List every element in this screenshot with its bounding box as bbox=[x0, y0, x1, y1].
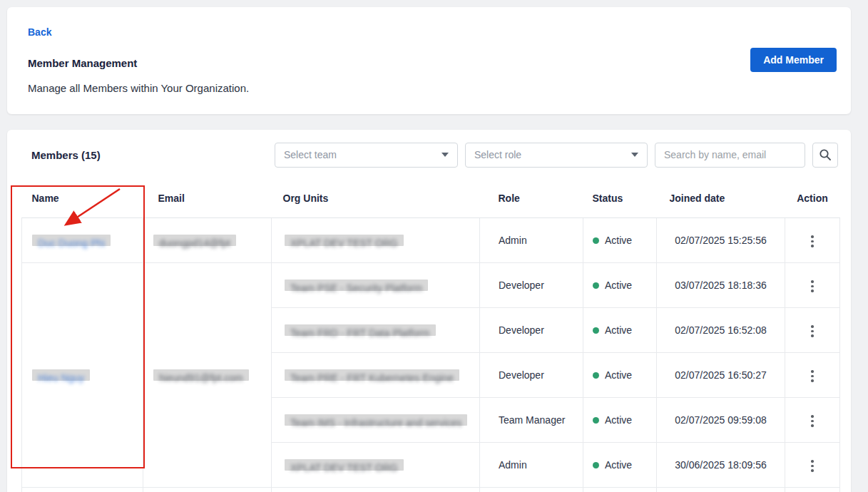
org-unit-redacted-text: XPLAT DEV TEST ORG bbox=[285, 238, 404, 249]
role-cell: Admin bbox=[480, 442, 583, 487]
page-subtitle: Manage all Members within Your Organizat… bbox=[28, 82, 837, 94]
action-cell bbox=[785, 397, 840, 442]
org-unit-cell: Team FRD - FRT Data Platform bbox=[272, 307, 480, 352]
status-cell: Active bbox=[583, 262, 657, 307]
magnifier-icon bbox=[819, 148, 832, 161]
members-count-title: Members (15) bbox=[31, 149, 101, 161]
empty-cell bbox=[785, 487, 840, 492]
team-filter-placeholder: Select team bbox=[284, 149, 337, 160]
members-toolbar: Members (15) Select team Select role bbox=[20, 130, 838, 180]
member-name-redacted-text: Duc Duong Phi bbox=[32, 238, 111, 249]
role-filter-placeholder: Select role bbox=[474, 149, 521, 160]
member-email-redacted-text: hieund91@fpt.com bbox=[153, 373, 249, 384]
header-card: Back Member Management Manage all Member… bbox=[7, 7, 851, 114]
joined-date-cell: 02/07/2025 16:52:08 bbox=[657, 307, 785, 352]
org-unit-redacted: Team IMS - Infrastructure and services bbox=[285, 414, 467, 426]
status-dot-icon bbox=[593, 462, 599, 468]
status-label: Active bbox=[605, 459, 632, 471]
empty-cell bbox=[143, 487, 272, 492]
column-header-status: Status bbox=[583, 180, 657, 217]
member-email-redacted-text: duongpd14@fpt bbox=[153, 238, 236, 249]
role-cell: Admin bbox=[480, 217, 583, 262]
role-cell: Developer bbox=[480, 262, 583, 307]
status-dot-icon bbox=[593, 282, 599, 289]
column-header-joined-date: Joined date bbox=[657, 180, 785, 217]
joined-date-cell: 02/07/2025 09:59:08 bbox=[657, 397, 785, 442]
member-row: Duc Duong Phiduongpd14@fptXPLAT DEV TEST… bbox=[22, 217, 840, 262]
member-name-redacted-text: Hieu Nguy bbox=[32, 373, 90, 384]
role-cell: Developer bbox=[480, 352, 583, 397]
action-cell bbox=[785, 217, 840, 262]
kebab-menu-icon[interactable] bbox=[805, 411, 820, 431]
column-header-name: Name bbox=[22, 180, 143, 217]
member-name-redacted[interactable]: Hieu Nguy bbox=[32, 369, 90, 381]
status-dot-icon bbox=[593, 372, 599, 379]
search-button[interactable] bbox=[812, 143, 838, 168]
joined-date-cell: 02/07/2025 15:25:56 bbox=[657, 217, 785, 262]
status-dot-icon bbox=[593, 417, 599, 424]
status-cell: Active bbox=[583, 307, 657, 352]
member-row: Hieu Nguyhieund91@fpt.comTeam PSE - Secu… bbox=[22, 262, 840, 307]
chevron-down-icon bbox=[441, 153, 449, 157]
joined-date-cell: 03/07/2025 18:18:36 bbox=[657, 262, 785, 307]
members-table-header: NameEmailOrg UnitsRoleStatusJoined dateA… bbox=[22, 180, 840, 217]
org-unit-redacted-text: Team FRD - FRT Data Platform bbox=[285, 328, 436, 339]
kebab-menu-icon[interactable] bbox=[805, 456, 820, 476]
org-unit-redacted: Team PRE - FRT Kubernetes Engine bbox=[285, 369, 459, 381]
empty-cell bbox=[583, 487, 657, 492]
kebab-menu-icon[interactable] bbox=[805, 366, 820, 386]
status-dot-icon bbox=[593, 327, 599, 334]
empty-cell bbox=[272, 487, 480, 492]
member-email-redacted: duongpd14@fpt bbox=[153, 235, 236, 246]
joined-date-cell: 02/07/2025 16:50:27 bbox=[657, 352, 785, 397]
column-header-org-units: Org Units bbox=[272, 180, 480, 217]
add-member-button[interactable]: Add Member bbox=[750, 48, 837, 72]
members-table-body: Duc Duong Phiduongpd14@fptXPLAT DEV TEST… bbox=[22, 217, 840, 492]
org-unit-cell: XPLAT DEV TEST ORG bbox=[272, 442, 480, 487]
page-title: Member Management bbox=[28, 57, 837, 69]
org-unit-cell: Team IMS - Infrastructure and services bbox=[272, 397, 480, 442]
action-cell bbox=[785, 442, 840, 487]
member-email-cell: duongpd14@fpt bbox=[143, 217, 272, 262]
kebab-menu-icon[interactable] bbox=[805, 321, 820, 342]
action-cell bbox=[785, 262, 840, 307]
status-label: Active bbox=[605, 369, 632, 381]
role-cell: Developer bbox=[480, 307, 583, 352]
column-header-action: Action bbox=[785, 180, 840, 217]
search-input[interactable] bbox=[655, 143, 805, 168]
back-link[interactable]: Back bbox=[28, 26, 51, 38]
action-cell bbox=[785, 352, 840, 397]
org-unit-cell: Team PRE - FRT Kubernetes Engine bbox=[272, 352, 480, 397]
members-table: NameEmailOrg UnitsRoleStatusJoined dateA… bbox=[21, 180, 840, 492]
status-cell: Active bbox=[583, 352, 657, 397]
member-name-cell: Hieu Nguy bbox=[22, 262, 143, 487]
status-cell: Active bbox=[583, 442, 657, 487]
kebab-menu-icon[interactable] bbox=[805, 231, 820, 252]
member-row-clipped bbox=[22, 487, 840, 492]
column-header-role: Role bbox=[480, 180, 583, 217]
org-unit-redacted-text: Team PRE - FRT Kubernetes Engine bbox=[285, 373, 459, 384]
org-unit-cell: XPLAT DEV TEST ORG bbox=[272, 217, 480, 262]
org-unit-redacted: Team PSE - Security Platform bbox=[285, 280, 428, 291]
org-unit-redacted-text: XPLAT DEV TEST ORG bbox=[285, 463, 404, 473]
kebab-menu-icon[interactable] bbox=[805, 276, 820, 297]
org-unit-redacted: Team FRD - FRT Data Platform bbox=[285, 324, 436, 336]
status-label: Active bbox=[605, 235, 632, 246]
org-unit-cell: Team PSE - Security Platform bbox=[272, 262, 480, 307]
team-filter-select[interactable]: Select team bbox=[275, 143, 458, 168]
action-cell bbox=[785, 307, 840, 352]
chevron-down-icon bbox=[631, 153, 638, 157]
org-unit-redacted-text: Team IMS - Infrastructure and services bbox=[285, 418, 467, 429]
empty-cell bbox=[657, 487, 785, 492]
joined-date-cell: 30/06/2025 18:09:56 bbox=[657, 442, 785, 487]
org-unit-redacted-text: Team PSE - Security Platform bbox=[285, 283, 428, 294]
status-label: Active bbox=[605, 414, 632, 426]
empty-cell bbox=[480, 487, 583, 492]
status-cell: Active bbox=[583, 397, 657, 442]
status-label: Active bbox=[605, 324, 632, 336]
column-header-email: Email bbox=[143, 180, 272, 217]
member-name-redacted[interactable]: Duc Duong Phi bbox=[32, 235, 111, 246]
members-card: Members (15) Select team Select role Nam… bbox=[7, 130, 851, 492]
role-filter-select[interactable]: Select role bbox=[465, 143, 648, 168]
member-email-cell: hieund91@fpt.com bbox=[143, 262, 272, 487]
